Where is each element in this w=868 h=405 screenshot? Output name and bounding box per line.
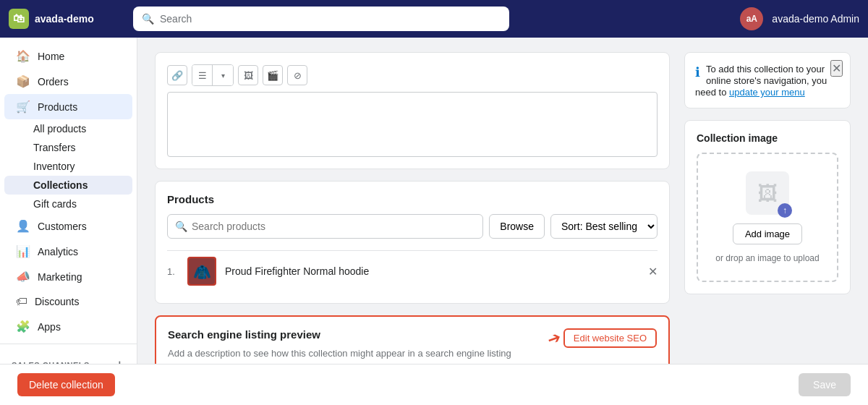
- analytics-icon: 📊: [16, 244, 30, 258]
- seo-title: Search engine listing preview: [168, 328, 320, 341]
- save-button[interactable]: Save: [799, 373, 851, 396]
- collection-image-dropzone[interactable]: 🖼 ↑ Add image or drop an image to upload: [697, 153, 838, 282]
- sidebar-sub-item-collections[interactable]: Collections: [4, 176, 132, 195]
- sidebar-label-discounts: Discounts: [35, 296, 79, 307]
- toolbar-block-btn[interactable]: ⊘: [287, 65, 307, 85]
- ci-placeholder-icon: 🖼: [757, 182, 778, 205]
- sidebar-label-apps: Apps: [38, 321, 61, 333]
- sidebar-item-orders[interactable]: 📦 Orders: [4, 69, 132, 94]
- logo-icon: 🛍: [9, 9, 29, 29]
- apps-icon: 🧩: [16, 320, 30, 333]
- sidebar-sub-item-gift-cards[interactable]: Gift cards: [4, 195, 132, 213]
- toolbar-video-btn[interactable]: 🎬: [263, 65, 283, 85]
- layout: 🏠 Home 📦 Orders 🛒 Products All products …: [0, 38, 868, 364]
- search-placeholder: Search: [160, 13, 192, 25]
- editor-toolbar: 🔗 ☰ ▾ 🖼 🎬 ⊘: [167, 64, 658, 86]
- toolbar-table-btn[interactable]: ☰: [192, 65, 213, 85]
- seo-header: Search engine listing preview: [168, 328, 542, 341]
- svg-text:🧥: 🧥: [193, 263, 211, 281]
- toolbar-table-dropdown-btn[interactable]: ▾: [213, 65, 233, 85]
- seo-arrow-icon: ➔: [545, 327, 563, 349]
- products-card: Products 🔍 Browse Sort: Best selling 1.: [155, 181, 670, 304]
- sidebar-label-home: Home: [38, 51, 64, 62]
- products-card-title: Products: [167, 193, 658, 205]
- top-nav: 🛍 avada-demo 🔍 Search aA avada-demo Admi…: [0, 0, 868, 38]
- discounts-icon: 🏷: [16, 295, 27, 308]
- sidebar-sub-item-transfers[interactable]: Transfers: [4, 138, 132, 157]
- product-num: 1.: [167, 266, 179, 277]
- sidebar-label-marketing: Marketing: [38, 271, 82, 283]
- notification-close-btn[interactable]: ✕: [830, 60, 843, 77]
- search-bar[interactable]: 🔍 Search: [133, 7, 509, 31]
- browse-button[interactable]: Browse: [489, 214, 545, 239]
- ci-icon-wrap: 🖼 ↑: [746, 171, 789, 215]
- toolbar-image-btn[interactable]: 🖼: [238, 65, 258, 85]
- sidebar-item-analytics[interactable]: 📊 Analytics: [4, 239, 132, 264]
- home-icon: 🏠: [16, 49, 30, 63]
- top-nav-right: aA avada-demo Admin: [740, 7, 859, 30]
- products-icon: 🛒: [16, 100, 30, 114]
- admin-avatar[interactable]: aA: [740, 7, 763, 30]
- seo-edit-button[interactable]: Edit website SEO: [563, 328, 657, 348]
- main-content: 🔗 ☰ ▾ 🖼 🎬 ⊘ Products 🔍: [155, 52, 670, 349]
- products-search-row: 🔍 Browse Sort: Best selling: [167, 214, 658, 239]
- sidebar-label-analytics: Analytics: [38, 246, 78, 257]
- sidebar-item-home[interactable]: 🏠 Home: [4, 43, 132, 69]
- notification-card: ✕ ℹ To add this collection to your onlin…: [684, 52, 851, 108]
- sidebar-label-customers: Customers: [38, 221, 87, 232]
- right-panel: ✕ ℹ To add this collection to your onlin…: [684, 52, 851, 349]
- sidebar-sub-item-inventory[interactable]: Inventory: [4, 157, 132, 176]
- sidebar: 🏠 Home 📦 Orders 🛒 Products All products …: [0, 38, 137, 364]
- main-area: 🔗 ☰ ▾ 🖼 🎬 ⊘ Products 🔍: [137, 38, 868, 364]
- search-icon: 🔍: [142, 13, 154, 25]
- add-sales-channel-icon[interactable]: ＋: [114, 357, 126, 364]
- sidebar-divider: [0, 344, 137, 344]
- editor-area[interactable]: [167, 92, 658, 157]
- sidebar-item-apps[interactable]: 🧩 Apps: [4, 314, 132, 339]
- sidebar-label-orders: Orders: [38, 76, 69, 88]
- editor-card: 🔗 ☰ ▾ 🖼 🎬 ⊘: [155, 52, 670, 169]
- sort-select[interactable]: Sort: Best selling: [550, 214, 658, 239]
- product-remove-btn[interactable]: ✕: [648, 265, 658, 278]
- collection-image-card: Collection image 🖼 ↑ Add image or drop a…: [684, 120, 851, 294]
- update-menu-link[interactable]: update your menu: [729, 87, 805, 98]
- seo-header-row: Search engine listing preview ➔ Edit web…: [168, 328, 657, 348]
- seo-arrow-area: ➔ Edit website SEO: [548, 328, 657, 348]
- sidebar-item-products[interactable]: 🛒 Products: [4, 94, 132, 119]
- store-name: avada-demo: [35, 13, 94, 25]
- toolbar-link-btn[interactable]: 🔗: [167, 65, 187, 85]
- sales-channels-label: SALES CHANNELS ＋: [0, 349, 137, 364]
- product-row: 1. 🧥 Proud Firefighter Normal hoodie ✕: [167, 250, 658, 291]
- ci-drop-text: or drop an image to upload: [715, 253, 819, 263]
- admin-label: avada-demo Admin: [772, 13, 859, 25]
- ci-upload-badge: ↑: [778, 203, 792, 218]
- seo-card: Search engine listing preview ➔ Edit web…: [155, 315, 670, 364]
- product-image: 🧥: [187, 257, 216, 286]
- products-search-input[interactable]: [192, 221, 475, 232]
- notification-text: To add this collection to your online st…: [695, 64, 827, 98]
- sidebar-item-customers[interactable]: 👤 Customers: [4, 213, 132, 239]
- marketing-icon: 📣: [16, 270, 30, 284]
- orders-icon: 📦: [16, 74, 30, 88]
- logo[interactable]: 🛍 avada-demo: [9, 9, 124, 29]
- products-search-wrap[interactable]: 🔍: [167, 214, 483, 239]
- collection-image-title: Collection image: [697, 132, 838, 144]
- products-search-icon: 🔍: [175, 221, 187, 232]
- sidebar-label-products: Products: [38, 101, 77, 113]
- product-name: Proud Firefighter Normal hoodie: [225, 265, 639, 277]
- add-image-button[interactable]: Add image: [733, 223, 802, 244]
- seo-description: Add a description to see how this collec…: [168, 348, 657, 359]
- notification-icon: ℹ: [695, 64, 700, 80]
- toolbar-table-group: ☰ ▾: [192, 64, 234, 86]
- delete-collection-button[interactable]: Delete collection: [17, 373, 115, 396]
- bottom-bar: Delete collection Save: [0, 364, 868, 405]
- sidebar-sub-item-all-products[interactable]: All products: [4, 119, 132, 138]
- sidebar-item-marketing[interactable]: 📣 Marketing: [4, 264, 132, 289]
- customers-icon: 👤: [16, 219, 30, 233]
- sidebar-item-discounts[interactable]: 🏷 Discounts: [4, 289, 132, 314]
